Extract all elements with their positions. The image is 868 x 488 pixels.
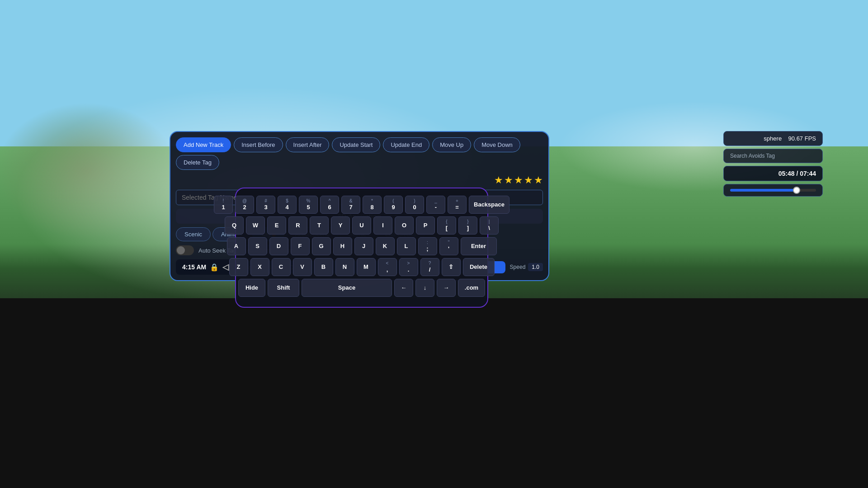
- key-p[interactable]: P: [416, 216, 435, 235]
- fps-value: 90.67 FPS: [788, 135, 816, 142]
- stars-row: ★ ★ ★ ★ ★: [176, 174, 543, 186]
- key-5[interactable]: %5: [299, 196, 318, 214]
- key-f[interactable]: F: [291, 237, 310, 255]
- key-period[interactable]: >.: [399, 258, 418, 276]
- key-backslash[interactable]: |\: [480, 216, 499, 235]
- key-row-numbers: !1 @2 #3 $4 %5 ^6 &7 *8 (9 )0 _- += Back…: [243, 196, 480, 214]
- star-3[interactable]: ★: [514, 174, 523, 186]
- key-enter[interactable]: Enter: [461, 237, 497, 255]
- tab-scenic-1[interactable]: Scenic: [176, 227, 211, 241]
- key-6[interactable]: ^6: [320, 196, 339, 214]
- key-dotcom[interactable]: .com: [458, 279, 485, 297]
- key-lbracket[interactable]: {[: [437, 216, 456, 235]
- key-shift-arrow[interactable]: ⇧: [442, 258, 461, 276]
- time-counter: 05:48 / 07:44: [723, 166, 823, 181]
- fps-display: sphere 90.67 FPS: [723, 131, 823, 146]
- key-k[interactable]: K: [376, 237, 395, 255]
- key-m[interactable]: M: [357, 258, 376, 276]
- key-hide[interactable]: Hide: [238, 279, 265, 297]
- key-7[interactable]: &7: [341, 196, 360, 214]
- key-v[interactable]: V: [293, 258, 312, 276]
- key-g[interactable]: G: [312, 237, 331, 255]
- key-quote[interactable]: "': [439, 237, 458, 255]
- toggle-knob: [177, 246, 185, 254]
- key-e[interactable]: E: [267, 216, 286, 235]
- key-i[interactable]: I: [373, 216, 392, 235]
- key-9[interactable]: (9: [384, 196, 403, 214]
- key-row-qwerty: Q W E R T Y U I O P {[ }] |\: [243, 216, 480, 235]
- auto-seek-toggle[interactable]: [176, 245, 194, 255]
- insert-before-button[interactable]: Insert Before: [234, 137, 283, 152]
- update-start-button[interactable]: Update Start: [332, 137, 380, 152]
- key-slash[interactable]: ?/: [420, 258, 439, 276]
- key-equals[interactable]: +=: [448, 196, 467, 214]
- key-l[interactable]: L: [397, 237, 416, 255]
- key-n[interactable]: N: [335, 258, 354, 276]
- insert-after-button[interactable]: Insert After: [286, 137, 330, 152]
- add-new-track-button[interactable]: Add New Track: [176, 137, 231, 152]
- key-z[interactable]: Z: [229, 258, 248, 276]
- key-s[interactable]: S: [248, 237, 267, 255]
- move-down-button[interactable]: Move Down: [474, 137, 520, 152]
- speed-label: Speed: [510, 264, 526, 270]
- key-arrow-left[interactable]: ←: [394, 279, 413, 297]
- right-panel: sphere 90.67 FPS Search Avoids Tag 05:48…: [723, 131, 823, 197]
- expand-icon: ◁: [222, 262, 229, 272]
- time-text: 4:15 AM: [182, 263, 206, 271]
- progress-thumb[interactable]: [793, 187, 800, 194]
- progress-fill: [730, 189, 795, 192]
- key-u[interactable]: U: [352, 216, 371, 235]
- sphere-label: sphere: [764, 135, 782, 142]
- key-delete[interactable]: Delete: [463, 258, 495, 276]
- star-4[interactable]: ★: [524, 174, 533, 186]
- key-0[interactable]: )0: [405, 196, 424, 214]
- key-rbracket[interactable]: }]: [458, 216, 477, 235]
- black-bottom-area: [0, 298, 868, 488]
- key-arrow-right[interactable]: →: [437, 279, 456, 297]
- speed-value: 1.0: [528, 263, 543, 271]
- key-row-bottom: Hide Shift Space ← ↓ → .com: [243, 279, 480, 297]
- key-h[interactable]: H: [333, 237, 352, 255]
- key-3[interactable]: #3: [256, 196, 275, 214]
- toolbar: Add New Track Insert Before Insert After…: [176, 137, 543, 170]
- key-w[interactable]: W: [246, 216, 265, 235]
- star-5[interactable]: ★: [534, 174, 543, 186]
- time-display: 4:15 AM 🔒 ◁: [176, 259, 235, 275]
- key-x[interactable]: X: [250, 258, 269, 276]
- key-o[interactable]: O: [395, 216, 414, 235]
- speed-row: Speed 1.0: [510, 263, 543, 271]
- search-avoids-label: Search Avoids Tag: [723, 149, 823, 163]
- lock-icon: 🔒: [210, 263, 219, 272]
- key-a[interactable]: A: [227, 237, 246, 255]
- key-backspace[interactable]: Backspace: [469, 196, 509, 214]
- key-comma[interactable]: <,: [378, 258, 397, 276]
- key-arrow-down[interactable]: ↓: [415, 279, 434, 297]
- key-r[interactable]: R: [288, 216, 307, 235]
- key-1[interactable]: !1: [214, 196, 233, 214]
- key-row-asdf: A S D F G H J K L :; "' Enter: [243, 237, 480, 255]
- key-q[interactable]: Q: [225, 216, 244, 235]
- progress-bar: [730, 189, 816, 192]
- key-t[interactable]: T: [310, 216, 329, 235]
- key-b[interactable]: B: [314, 258, 333, 276]
- key-semicolon[interactable]: :;: [418, 237, 437, 255]
- key-c[interactable]: C: [272, 258, 291, 276]
- key-8[interactable]: *8: [363, 196, 382, 214]
- update-end-button[interactable]: Update End: [383, 137, 429, 152]
- key-j[interactable]: J: [354, 237, 373, 255]
- virtual-keyboard: !1 @2 #3 $4 %5 ^6 &7 *8 (9 )0 _- += Back…: [235, 188, 488, 308]
- key-d[interactable]: D: [269, 237, 288, 255]
- key-row-zxcv: Z X C V B N M <, >. ?/ ⇧ Delete: [243, 258, 480, 276]
- key-shift[interactable]: Shift: [268, 279, 299, 297]
- key-2[interactable]: @2: [235, 196, 254, 214]
- delete-tag-button[interactable]: Delete Tag: [176, 155, 219, 170]
- progress-bar-container[interactable]: [723, 184, 823, 197]
- star-2[interactable]: ★: [504, 174, 513, 186]
- key-minus[interactable]: _-: [426, 196, 445, 214]
- key-4[interactable]: $4: [278, 196, 297, 214]
- move-up-button[interactable]: Move Up: [432, 137, 471, 152]
- key-y[interactable]: Y: [331, 216, 350, 235]
- key-space[interactable]: Space: [302, 279, 392, 297]
- star-1[interactable]: ★: [494, 174, 503, 186]
